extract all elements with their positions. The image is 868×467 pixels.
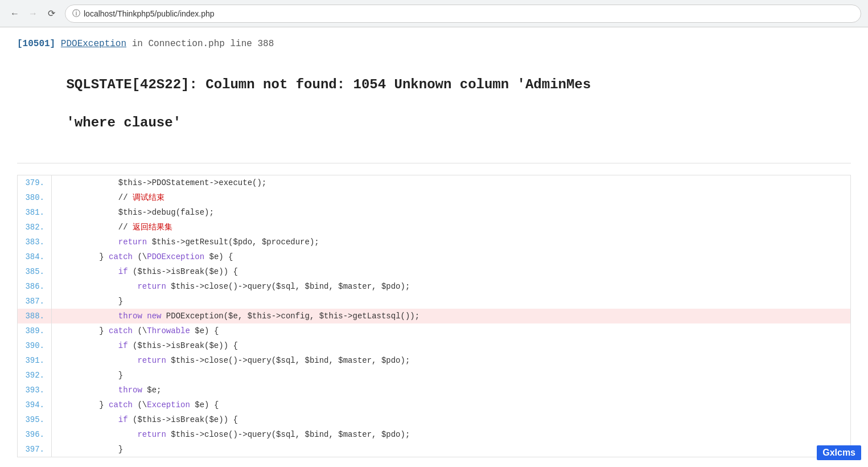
line-content: } catch (\PDOException $e) {	[52, 249, 850, 264]
code-line: 392. }	[18, 368, 850, 383]
error-header: [10501] PDOException in Connection.php l…	[17, 39, 851, 163]
code-line: 391. return $this->close()->query($sql, …	[18, 353, 850, 368]
line-content: throw $e;	[52, 383, 850, 398]
error-in-label: in	[132, 39, 149, 49]
address-bar: ⓘ	[65, 5, 861, 23]
forward-button[interactable]: →	[25, 6, 41, 22]
code-line: 387. }	[18, 294, 850, 309]
code-line: 397. }	[18, 442, 850, 457]
info-icon: ⓘ	[72, 9, 80, 19]
code-line: 393. throw $e;	[18, 383, 850, 398]
line-content: return $this->getResult($pdo, $procedure…	[52, 235, 850, 249]
code-block: 379. $this->PDOStatement->execute();380.…	[17, 175, 851, 457]
line-number: 392.	[18, 368, 52, 383]
code-line: 388. throw new PDOException($e, $this->c…	[18, 309, 850, 323]
line-number: 395.	[18, 412, 52, 427]
code-line: 381. $this->debug(false);	[18, 205, 850, 220]
line-content: if ($this->isBreak($e)) {	[52, 264, 850, 279]
line-number: 396.	[18, 427, 52, 442]
code-line: 394. } catch (\Exception $e) {	[18, 398, 850, 412]
line-content: }	[52, 442, 850, 457]
line-content: return $this->close()->query($sql, $bind…	[52, 279, 850, 294]
code-line: 390. if ($this->isBreak($e)) {	[18, 338, 850, 353]
code-line: 385. if ($this->isBreak($e)) {	[18, 264, 850, 279]
code-line: 383. return $this->getResult($pdo, $proc…	[18, 235, 850, 249]
line-number: 393.	[18, 383, 52, 398]
reload-button[interactable]: ⟳	[43, 6, 59, 22]
line-number: 386.	[18, 279, 52, 294]
line-content: if ($this->isBreak($e)) {	[52, 338, 850, 353]
code-line: 379. $this->PDOStatement->execute();	[18, 175, 850, 190]
nav-buttons: ← → ⟳	[7, 6, 59, 22]
error-meta: [10501] PDOException in Connection.php l…	[17, 39, 851, 49]
page-content: [10501] PDOException in Connection.php l…	[0, 27, 868, 467]
line-content: } catch (\Throwable $e) {	[52, 323, 850, 338]
code-line: 389. } catch (\Throwable $e) {	[18, 323, 850, 338]
line-content: if ($this->isBreak($e)) {	[52, 412, 850, 427]
line-content: return $this->close()->query($sql, $bind…	[52, 427, 850, 442]
line-number: 397.	[18, 442, 52, 457]
browser-chrome: ← → ⟳ ⓘ	[0, 0, 868, 27]
code-line: 380. // 调试结束	[18, 190, 850, 205]
line-content: throw new PDOException($e, $this->config…	[52, 309, 850, 323]
watermark: GxIcms	[817, 445, 861, 460]
error-line-label: line	[231, 39, 258, 49]
error-class[interactable]: PDOException	[61, 39, 126, 49]
line-number: 384.	[18, 249, 52, 264]
line-number: 387.	[18, 294, 52, 309]
code-line: 386. return $this->close()->query($sql, …	[18, 279, 850, 294]
error-message-line1: SQLSTATE[42S22]: Column not found: 1054 …	[66, 77, 591, 92]
error-line-number: 388	[258, 39, 274, 49]
code-line: 395. if ($this->isBreak($e)) {	[18, 412, 850, 427]
back-button[interactable]: ←	[7, 6, 23, 22]
line-number: 389.	[18, 323, 52, 338]
error-code: [10501]	[17, 39, 55, 49]
code-line: 384. } catch (\PDOException $e) {	[18, 249, 850, 264]
line-content: }	[52, 368, 850, 383]
line-number: 388.	[18, 309, 52, 323]
error-file: Connection.php	[148, 39, 224, 49]
line-content: } catch (\Exception $e) {	[52, 398, 850, 412]
line-number: 380.	[18, 190, 52, 205]
line-number: 383.	[18, 235, 52, 249]
line-content: $this->PDOStatement->execute();	[52, 175, 850, 190]
line-number: 394.	[18, 398, 52, 412]
line-number: 379.	[18, 175, 52, 190]
line-content: }	[52, 294, 850, 309]
error-message-line2: 'where clause'	[66, 115, 181, 130]
line-content: // 调试结束	[52, 190, 850, 205]
line-number: 391.	[18, 353, 52, 368]
line-number: 385.	[18, 264, 52, 279]
line-number: 382.	[18, 220, 52, 235]
line-content: $this->debug(false);	[52, 205, 850, 220]
line-content: return $this->close()->query($sql, $bind…	[52, 353, 850, 368]
url-input[interactable]	[84, 9, 854, 18]
error-message: SQLSTATE[42S22]: Column not found: 1054 …	[17, 56, 851, 151]
line-number: 390.	[18, 338, 52, 353]
line-content: // 返回结果集	[52, 220, 850, 235]
code-line: 396. return $this->close()->query($sql, …	[18, 427, 850, 442]
code-line: 382. // 返回结果集	[18, 220, 850, 235]
line-number: 381.	[18, 205, 52, 220]
